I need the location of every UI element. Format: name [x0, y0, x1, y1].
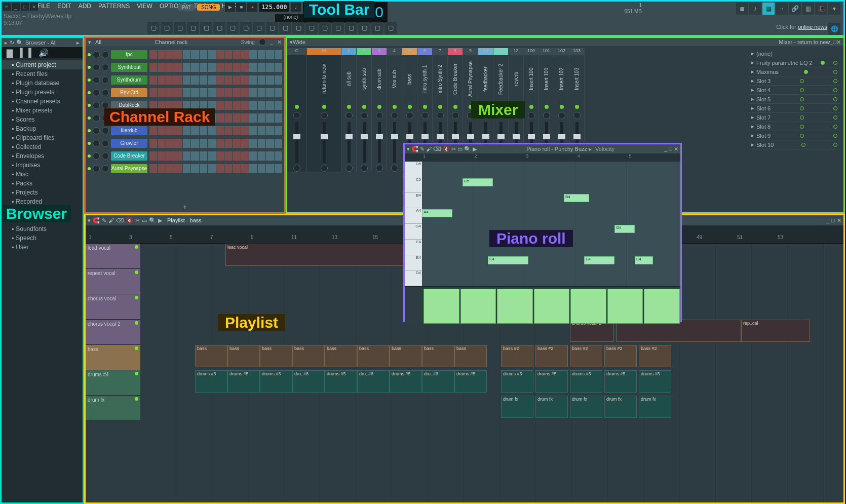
- step-cell[interactable]: [249, 151, 257, 161]
- track-header[interactable]: drum fx: [86, 396, 140, 421]
- clip[interactable]: drum fx: [570, 396, 602, 418]
- step-cell[interactable]: [224, 63, 232, 72]
- play-button[interactable]: ▶: [225, 3, 235, 12]
- pattern-selector[interactable]: (none): [275, 14, 306, 22]
- channel-led[interactable]: [88, 53, 91, 56]
- browser-item[interactable]: ▪Projects: [2, 188, 83, 197]
- step-cell[interactable]: [258, 63, 265, 72]
- velocity-bar[interactable]: [534, 289, 570, 324]
- step-cell[interactable]: [224, 101, 232, 110]
- step-cell[interactable]: [149, 50, 157, 59]
- fx-slot[interactable]: ▸Slot 7: [748, 113, 840, 122]
- channel-button[interactable]: Aural Psynapse: [111, 164, 147, 173]
- track-led[interactable]: [135, 245, 138, 249]
- pr-min-icon[interactable]: _: [664, 146, 667, 152]
- browser-item[interactable]: ▪Recent files: [2, 69, 83, 79]
- clip[interactable]: bass #2: [639, 345, 671, 367]
- rack-menu-icon[interactable]: ▾: [88, 39, 91, 46]
- step-cell[interactable]: [233, 164, 240, 173]
- mix-led[interactable]: [833, 88, 837, 92]
- save-icon[interactable]: ▢: [332, 22, 344, 34]
- channel-button[interactable]: Growler: [111, 139, 147, 148]
- browser-item[interactable]: ▪Scores: [2, 115, 83, 124]
- mixer-icon[interactable]: →: [776, 3, 788, 15]
- clip[interactable]: drums #5: [639, 370, 671, 393]
- step-cell[interactable]: [249, 113, 257, 123]
- draw-icon[interactable]: ▢: [266, 22, 278, 34]
- browser-item[interactable]: ▪Impulses: [2, 161, 83, 170]
- clip[interactable]: bass: [325, 345, 357, 367]
- track-header[interactable]: bass: [86, 345, 140, 370]
- song-toggle[interactable]: SONG: [197, 4, 220, 11]
- velocity-bar[interactable]: [607, 289, 643, 324]
- vol-knob[interactable]: [102, 64, 109, 71]
- velocity-bar[interactable]: [570, 289, 606, 324]
- pr-magnet-icon[interactable]: 🧲: [411, 146, 418, 152]
- channel-led[interactable]: [88, 117, 91, 120]
- mixer-track[interactable]: C: [287, 48, 307, 172]
- menu-add[interactable]: ADD: [75, 2, 95, 11]
- velocity-bar[interactable]: [460, 289, 496, 324]
- mute-led[interactable]: [529, 105, 533, 109]
- enable-led[interactable]: [801, 143, 805, 147]
- fx-slot[interactable]: ▸Slot 9: [748, 131, 840, 140]
- step-cell[interactable]: [241, 113, 249, 123]
- pan-knob[interactable]: [93, 102, 100, 109]
- step-cell[interactable]: [200, 139, 207, 148]
- piano-keys[interactable]: D5C5B4A4G4F4E4D4: [405, 162, 422, 286]
- clip[interactable]: rep..cal: [741, 320, 810, 342]
- channel-led[interactable]: [88, 104, 91, 107]
- piano-key[interactable]: D4: [405, 270, 422, 286]
- browser-item[interactable]: ▪Backup: [2, 124, 83, 133]
- step-cell[interactable]: [191, 164, 199, 173]
- step-cell[interactable]: [149, 126, 157, 135]
- step-cell[interactable]: [208, 50, 215, 59]
- step-cell[interactable]: [183, 139, 190, 148]
- step-cell[interactable]: [158, 151, 165, 161]
- step-cell[interactable]: [158, 164, 165, 173]
- step-cell[interactable]: [191, 139, 199, 148]
- step-cell[interactable]: [275, 151, 282, 161]
- channel-led[interactable]: [88, 129, 91, 132]
- step-cell[interactable]: [174, 63, 182, 72]
- pr-max-icon[interactable]: □: [669, 146, 672, 152]
- mute-led[interactable]: [545, 105, 549, 109]
- pan-knob[interactable]: [321, 112, 328, 119]
- velocity-label[interactable]: Velocity: [595, 146, 614, 152]
- send-knob[interactable]: [345, 165, 353, 172]
- close-hint-icon[interactable]: ▾: [828, 3, 840, 15]
- pat-label[interactable]: PAT: [178, 4, 195, 11]
- track-led[interactable]: [135, 372, 138, 375]
- step-cell[interactable]: [208, 63, 215, 72]
- step-cell[interactable]: [258, 139, 265, 148]
- menu-patterns[interactable]: PATTERNS: [95, 2, 133, 11]
- clip[interactable]: bass: [422, 345, 454, 367]
- step-cell[interactable]: [249, 63, 257, 72]
- step-cell[interactable]: [158, 139, 165, 148]
- clip[interactable]: bass: [357, 345, 390, 367]
- velocity-bar[interactable]: [497, 289, 533, 324]
- clip[interactable]: drums #5: [535, 370, 568, 393]
- mute-led[interactable]: [377, 105, 381, 109]
- mix-led[interactable]: [833, 125, 837, 129]
- step-cell[interactable]: [233, 50, 240, 59]
- pan-knob[interactable]: [558, 112, 565, 119]
- tophat-icon[interactable]: 🎩: [815, 3, 827, 15]
- pan-knob[interactable]: [93, 51, 100, 58]
- step-cell[interactable]: [191, 88, 199, 97]
- mix-led[interactable]: [833, 70, 837, 74]
- pr-close-icon[interactable]: ✕: [674, 146, 678, 152]
- piano-key[interactable]: E4: [405, 255, 422, 271]
- step-cell[interactable]: [208, 151, 215, 161]
- undo-icon[interactable]: ▢: [305, 22, 318, 34]
- fader[interactable]: [378, 122, 381, 163]
- track-led[interactable]: [135, 321, 138, 325]
- mute-led[interactable]: [560, 105, 564, 109]
- step-cell[interactable]: [224, 50, 232, 59]
- send-knob[interactable]: [376, 165, 383, 172]
- step-cell[interactable]: [166, 88, 174, 97]
- step-cell[interactable]: [174, 50, 182, 59]
- browser-item[interactable]: ▪Speech: [2, 234, 83, 243]
- slot-header[interactable]: ▸ (none): [748, 49, 840, 58]
- snap-cell-icon[interactable]: ▢: [253, 22, 265, 34]
